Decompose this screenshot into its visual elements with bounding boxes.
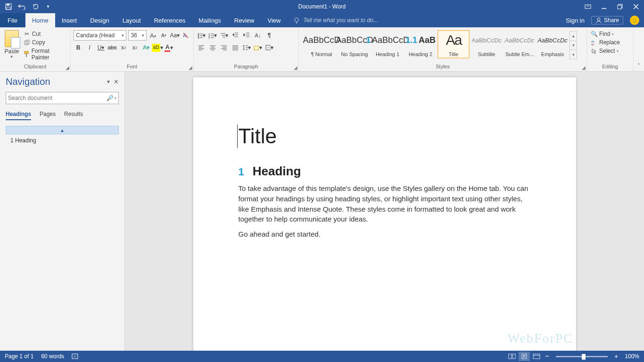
file-tab[interactable]: File	[0, 13, 25, 27]
tab-view[interactable]: View	[261, 13, 287, 27]
nav-tab-results[interactable]: Results	[64, 111, 83, 120]
body-paragraph-2[interactable]: Go ahead and get started.	[239, 229, 531, 239]
tab-layout[interactable]: Layout	[116, 13, 148, 27]
styles-row-up-icon[interactable]: ▴	[570, 32, 577, 41]
align-left-icon[interactable]	[197, 42, 206, 53]
replace-button[interactable]: abacReplace	[590, 39, 630, 46]
format-painter-button[interactable]: Format Painter	[23, 47, 67, 61]
doc-title-text[interactable]: Title	[237, 124, 531, 148]
text-effects-icon[interactable]: A▾	[141, 42, 151, 53]
share-button[interactable]: Share	[591, 16, 623, 25]
restore-icon[interactable]	[612, 0, 628, 13]
tell-me-search[interactable]: Tell me what you want to do...	[287, 13, 378, 27]
nav-pane-dropdown-icon[interactable]: ▼	[106, 79, 111, 84]
page-count[interactable]: Page 1 of 1	[5, 353, 33, 360]
justify-icon[interactable]	[231, 42, 240, 53]
decrease-indent-icon[interactable]	[231, 30, 240, 41]
tab-insert[interactable]: Insert	[55, 13, 84, 27]
print-layout-icon[interactable]	[519, 352, 530, 361]
copy-button[interactable]: Copy	[23, 39, 67, 46]
zoom-level[interactable]: 100%	[625, 353, 639, 360]
minimize-icon[interactable]	[596, 0, 612, 13]
font-color-icon[interactable]: A▾	[164, 42, 173, 53]
read-mode-icon[interactable]	[506, 352, 518, 361]
show-marks-icon[interactable]: ¶	[264, 30, 274, 41]
web-layout-icon[interactable]	[531, 352, 542, 361]
sign-in-link[interactable]: Sign in	[566, 17, 585, 24]
style-heading-2[interactable]: 1.1AaBHeading 2	[405, 30, 437, 58]
cut-button[interactable]: ✂Cut	[23, 30, 67, 38]
tab-mailings[interactable]: Mailings	[192, 13, 228, 27]
style--normal[interactable]: AaBbCcD¶ Normal	[305, 30, 338, 58]
collapse-ribbon-icon[interactable]: ˄	[634, 27, 644, 71]
clipboard-dialog-launcher-icon[interactable]: ◢	[66, 65, 69, 70]
borders-icon[interactable]: ▾	[264, 42, 274, 53]
select-button[interactable]: Select ▾	[590, 47, 630, 55]
font-name-combo[interactable]: Candara (Head▾	[74, 30, 126, 41]
font-dialog-launcher-icon[interactable]: ◢	[189, 65, 192, 70]
numbering-icon[interactable]: 123▾	[208, 30, 217, 41]
nav-heading-item[interactable]: 1 Heading	[6, 135, 119, 146]
style-subtitle[interactable]: AaBbCcDcSubtitle	[471, 30, 503, 58]
search-dropdown-icon[interactable]: ▾	[115, 96, 116, 100]
align-center-icon[interactable]	[208, 42, 217, 53]
save-icon[interactable]	[4, 2, 13, 11]
nav-search-box[interactable]: 🔎 ▾	[6, 92, 119, 104]
nav-search-input[interactable]	[8, 95, 107, 101]
highlight-icon[interactable]: ab▾	[153, 42, 162, 53]
line-spacing-icon[interactable]: ▾	[242, 42, 251, 53]
paragraph-dialog-launcher-icon[interactable]: ◢	[294, 65, 297, 70]
multilevel-list-icon[interactable]: ▾	[219, 30, 229, 41]
style-heading-1[interactable]: 1AaBbCcDHeading 1	[372, 30, 404, 58]
close-icon[interactable]	[628, 0, 644, 13]
feedback-smiley-icon[interactable]	[630, 16, 639, 25]
superscript-icon[interactable]: x2	[130, 42, 140, 53]
zoom-out-icon[interactable]: −	[543, 352, 551, 361]
nav-collapse-all-icon[interactable]: ▲	[6, 126, 119, 134]
shading-icon[interactable]: ▾	[253, 42, 263, 53]
page[interactable]: Title 1 Heading To take advantage of thi…	[193, 77, 576, 351]
style-subtle-em-[interactable]: AaBbCcDcSubtle Em...	[504, 30, 536, 58]
nav-tab-headings[interactable]: Headings	[6, 111, 31, 120]
sort-icon[interactable]: A↓	[253, 30, 263, 41]
subscript-icon[interactable]: x2	[119, 42, 128, 53]
style-title[interactable]: AaTitle	[438, 30, 470, 58]
bullets-icon[interactable]: ▾	[197, 30, 206, 41]
shrink-font-icon[interactable]: A▾	[159, 30, 168, 41]
body-paragraph-1[interactable]: To take advantage of this template's des…	[239, 183, 531, 224]
heading-number[interactable]: 1	[239, 166, 244, 178]
styles-expand-icon[interactable]: ▾	[570, 50, 577, 59]
nav-pane-close-icon[interactable]: ✕	[114, 78, 119, 85]
qat-customize-icon[interactable]: ▼	[43, 2, 53, 11]
styles-dialog-launcher-icon[interactable]: ◢	[582, 65, 586, 70]
redo-icon[interactable]	[30, 2, 40, 11]
align-right-icon[interactable]	[219, 42, 229, 53]
strikethrough-icon[interactable]: abc	[107, 42, 117, 53]
word-count[interactable]: 60 words	[41, 353, 64, 360]
tab-references[interactable]: References	[148, 13, 192, 27]
underline-icon[interactable]: U▾	[96, 42, 106, 53]
italic-icon[interactable]: I	[85, 42, 94, 53]
find-button[interactable]: 🔍Find ▾	[590, 30, 630, 38]
heading-text[interactable]: Heading	[253, 164, 301, 179]
search-icon[interactable]: 🔎	[107, 95, 114, 101]
document-area[interactable]: Title 1 Heading To take advantage of thi…	[125, 72, 644, 351]
zoom-in-icon[interactable]: +	[612, 353, 620, 360]
change-case-icon[interactable]: Aa▾	[170, 30, 180, 41]
font-size-combo[interactable]: 36▾	[128, 30, 146, 41]
styles-row-down-icon[interactable]: ▾	[570, 41, 577, 50]
ribbon-options-icon[interactable]	[580, 0, 596, 13]
zoom-slider[interactable]	[556, 356, 608, 357]
grow-font-icon[interactable]: A▴	[149, 30, 157, 41]
nav-tab-pages[interactable]: Pages	[40, 111, 56, 120]
undo-icon[interactable]	[17, 2, 26, 11]
tab-home[interactable]: Home	[25, 13, 55, 27]
clear-formatting-icon[interactable]: A	[182, 30, 190, 41]
tab-review[interactable]: Review	[228, 13, 261, 27]
style-emphasis[interactable]: AaBbCcDcEmphasis	[537, 30, 569, 58]
bold-icon[interactable]: B	[74, 42, 83, 53]
paste-button[interactable]: Paste ▼	[3, 29, 21, 61]
tab-design[interactable]: Design	[83, 13, 116, 27]
proofing-icon[interactable]	[72, 353, 79, 360]
increase-indent-icon[interactable]	[242, 30, 251, 41]
